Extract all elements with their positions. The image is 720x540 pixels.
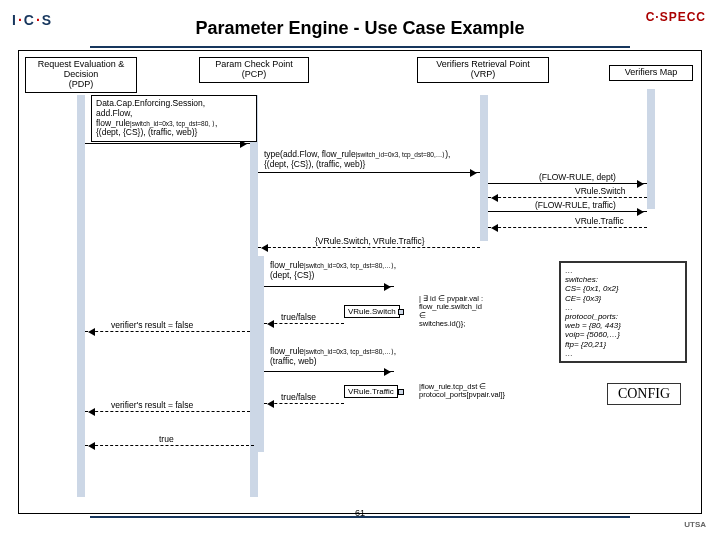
footer: UTSA [0,516,720,536]
arrow-vrp-to-vmap-2 [488,211,647,212]
msg1-label: Data.Cap.Enforcing.Session, add.Flow, fl… [91,95,257,142]
cfg-l4: … [565,303,681,312]
box-vrule-switch: VRule.Switch [344,305,400,318]
cond-switch: | ∃ id ∈ pvpair.val : flow_rule.switch_i… [419,295,531,328]
arrow-switch-return [264,323,344,324]
cfg-l9: … [565,349,681,358]
fr2-b: (traffic, web) [270,357,396,367]
r2: VRule.Switch [575,187,626,197]
arrow-verres-2 [85,411,250,412]
verres2: verifier's result = false [111,401,193,411]
msg2-line2: {(dept, {CS}), (traffic, web)} [264,160,450,170]
cfg-l5: protocol_ports: [565,312,681,321]
tf2: true/false [281,393,316,403]
arrow-vmap-to-vrp-1 [488,197,647,198]
lifeline-head-vrp: Verifiers Retrieval Point(VRP) [417,57,549,83]
cfg-l8: ftp= {20,21} [565,340,681,349]
fr2: flow_rule|switch_id=0x3, tcp_dst=80,…⟩, … [270,347,396,367]
lifeline-dot-switch [398,309,404,315]
verres1: verifier's result = false [111,321,193,331]
sequence-diagram: Request Evaluation &Decision(PDP) Param … [18,50,702,514]
lifeline-head-pdp: Request Evaluation &Decision(PDP) [25,57,137,93]
arrow-traffic-return [264,403,344,404]
msg2-label: type(add.Flow, flow_rule|switch_id=0x3, … [264,150,450,170]
cfg-l2: CS= {0x1, 0x2} [565,284,681,293]
cfg-l3: CE= {0x3} [565,294,681,303]
head-vrp-text: Verifiers Retrieval Point(VRP) [436,59,530,79]
cfg-l6: web = {80, 443} [565,321,681,330]
lifeline-vrp [480,95,488,241]
config-box: … switches: CS= {0x1, 0x2} CE= {0x3} … p… [559,261,687,363]
arrow-pcp-to-vrp [258,172,480,173]
config-label: CONFIG [607,383,681,405]
box-vrule-traffic: VRule.Traffic [344,385,398,398]
fr1: flow_rule|switch_id=0x3, tcp_dst=80,…⟩, … [270,261,396,281]
activation-pcp-inner [256,256,264,452]
cfg-l1: switches: [565,275,681,284]
cs-l4: switches.id()}; [419,319,465,328]
msg1-l4: {(dept, {CS}), (traffic, web)} [96,128,252,138]
lifeline-head-pcp: Param Check Point(PCP) [199,57,309,83]
slide-title: Parameter Engine - Use Case Example [0,18,720,39]
r4: VRule.Traffic [575,217,624,227]
tf1: true/false [281,313,316,323]
cs-l2: flow_rule.switch_id [419,302,482,311]
true-label: true [159,435,174,445]
head-pdp-text: Request Evaluation &Decision(PDP) [38,59,125,89]
arrow-true [85,445,254,446]
footer-right: UTSA [684,520,706,529]
arrow-vmap-to-vrp-2 [488,227,647,228]
r1: (FLOW-RULE, dept) [539,173,616,183]
arrow-pcp-to-trafficbox [264,371,394,372]
cond-traffic: |flow_rule.tcp_dst ∈protocol_ports[pvpai… [419,383,549,400]
arrow-vrp-to-vmap-1 [488,183,647,184]
fr1-b: (dept, {CS}) [270,271,396,281]
footer-rule [90,516,630,518]
lifeline-vmap [647,89,655,209]
r5: {VRule.Switch, VRule.Traffic} [315,237,425,247]
r3: (FLOW-RULE, traffic) [535,201,616,211]
logo-right: C·SPECC [646,10,706,24]
lifeline-head-vmap: Verifiers Map [609,65,693,81]
lifeline-dot-traffic [398,389,404,395]
arrow-verres-1 [85,331,250,332]
arrow-pdp-to-pcp [85,143,250,144]
cfg-l0: … [565,266,681,275]
header-rule [90,46,630,48]
cfg-l7: voip= {5060,…} [565,330,681,339]
head-vmap-text: Verifiers Map [625,67,678,77]
arrow-vrp-to-pcp [258,247,480,248]
head-pcp-text: Param Check Point(PCP) [215,59,293,79]
lifeline-pdp [77,95,85,497]
arrow-pcp-to-switchbox [264,286,394,287]
